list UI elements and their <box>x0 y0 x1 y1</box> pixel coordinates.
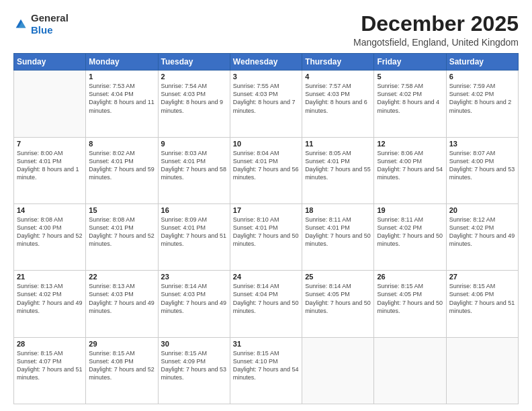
header-monday: Monday <box>86 54 158 71</box>
day-number: 20 <box>449 206 515 214</box>
cell-info: Sunrise: 8:08 AM Sunset: 4:01 PM Dayligh… <box>89 216 154 248</box>
day-number: 12 <box>377 140 443 148</box>
cell-info: Sunrise: 7:54 AM Sunset: 4:03 PM Dayligh… <box>161 82 227 115</box>
day-number: 11 <box>305 140 371 148</box>
cell-info: Sunrise: 7:57 AM Sunset: 4:03 PM Dayligh… <box>305 82 371 115</box>
day-number: 27 <box>449 273 515 281</box>
cell-info: Sunrise: 8:06 AM Sunset: 4:00 PM Dayligh… <box>377 149 443 182</box>
cell-info: Sunrise: 7:58 AM Sunset: 4:02 PM Dayligh… <box>377 82 443 115</box>
location: Mangotsfield, England, United Kingdom <box>353 37 519 48</box>
calendar-cell: 24Sunrise: 8:14 AM Sunset: 4:04 PM Dayli… <box>230 271 302 337</box>
day-number: 14 <box>17 206 83 214</box>
cell-info: Sunrise: 8:15 AM Sunset: 4:10 PM Dayligh… <box>233 349 299 382</box>
calendar-cell: 1Sunrise: 7:53 AM Sunset: 4:04 PM Daylig… <box>86 71 158 137</box>
month-title: December 2025 <box>353 12 519 36</box>
calendar-cell: 10Sunrise: 8:04 AM Sunset: 4:01 PM Dayli… <box>230 137 302 203</box>
day-number: 21 <box>17 273 83 281</box>
day-number: 1 <box>89 73 154 81</box>
day-number: 26 <box>377 273 443 281</box>
cell-info: Sunrise: 8:13 AM Sunset: 4:02 PM Dayligh… <box>17 282 83 315</box>
calendar-cell: 23Sunrise: 8:14 AM Sunset: 4:03 PM Dayli… <box>158 271 230 337</box>
calendar-cell: 6Sunrise: 7:59 AM Sunset: 4:02 PM Daylig… <box>446 71 518 137</box>
cell-info: Sunrise: 8:08 AM Sunset: 4:00 PM Dayligh… <box>17 216 83 248</box>
calendar-week-row: 14Sunrise: 8:08 AM Sunset: 4:00 PM Dayli… <box>14 203 519 270</box>
calendar-week-row: 1Sunrise: 7:53 AM Sunset: 4:04 PM Daylig… <box>14 71 519 137</box>
day-number: 23 <box>161 273 227 281</box>
cell-info: Sunrise: 8:14 AM Sunset: 4:03 PM Dayligh… <box>161 282 227 315</box>
calendar-cell: 2Sunrise: 7:54 AM Sunset: 4:03 PM Daylig… <box>158 71 230 137</box>
day-number: 2 <box>161 73 227 81</box>
header-tuesday: Tuesday <box>158 54 230 71</box>
cell-info: Sunrise: 8:15 AM Sunset: 4:08 PM Dayligh… <box>89 349 154 382</box>
calendar-cell: 25Sunrise: 8:14 AM Sunset: 4:05 PM Dayli… <box>302 271 374 337</box>
cell-info: Sunrise: 8:11 AM Sunset: 4:02 PM Dayligh… <box>377 216 443 248</box>
cell-info: Sunrise: 7:55 AM Sunset: 4:03 PM Dayligh… <box>233 82 299 115</box>
calendar-cell: 12Sunrise: 8:06 AM Sunset: 4:00 PM Dayli… <box>374 137 446 203</box>
calendar-cell: 22Sunrise: 8:13 AM Sunset: 4:03 PM Dayli… <box>86 271 158 337</box>
cell-info: Sunrise: 8:15 AM Sunset: 4:09 PM Dayligh… <box>161 349 227 382</box>
day-number: 8 <box>89 140 154 148</box>
header: General Blue December 2025 Mangotsfield,… <box>13 12 519 48</box>
calendar-cell <box>14 71 86 137</box>
day-number: 22 <box>89 273 154 281</box>
cell-info: Sunrise: 8:09 AM Sunset: 4:01 PM Dayligh… <box>161 216 227 248</box>
header-thursday: Thursday <box>302 54 374 71</box>
calendar-cell: 31Sunrise: 8:15 AM Sunset: 4:10 PM Dayli… <box>230 337 302 404</box>
day-number: 19 <box>377 206 443 214</box>
day-number: 15 <box>89 206 154 214</box>
cell-info: Sunrise: 7:53 AM Sunset: 4:04 PM Dayligh… <box>89 82 154 115</box>
logo-blue: Blue <box>31 24 53 36</box>
page: General Blue December 2025 Mangotsfield,… <box>0 0 532 411</box>
cell-info: Sunrise: 8:04 AM Sunset: 4:01 PM Dayligh… <box>233 149 299 182</box>
calendar-cell: 27Sunrise: 8:15 AM Sunset: 4:06 PM Dayli… <box>446 271 518 337</box>
cell-info: Sunrise: 8:15 AM Sunset: 4:06 PM Dayligh… <box>449 282 515 315</box>
day-number: 13 <box>449 140 515 148</box>
calendar-cell <box>302 337 374 404</box>
calendar-cell: 16Sunrise: 8:09 AM Sunset: 4:01 PM Dayli… <box>158 203 230 270</box>
cell-info: Sunrise: 8:02 AM Sunset: 4:01 PM Dayligh… <box>89 149 154 182</box>
calendar-cell: 21Sunrise: 8:13 AM Sunset: 4:02 PM Dayli… <box>14 271 86 337</box>
logo-text: General Blue <box>31 12 69 36</box>
calendar-cell: 18Sunrise: 8:11 AM Sunset: 4:01 PM Dayli… <box>302 203 374 270</box>
day-number: 25 <box>305 273 371 281</box>
calendar-table: Sunday Monday Tuesday Wednesday Thursday… <box>13 53 519 404</box>
day-number: 29 <box>89 340 154 348</box>
cell-info: Sunrise: 8:03 AM Sunset: 4:01 PM Dayligh… <box>161 149 227 182</box>
calendar-week-row: 7Sunrise: 8:00 AM Sunset: 4:01 PM Daylig… <box>14 137 519 203</box>
header-friday: Friday <box>374 54 446 71</box>
calendar-cell <box>446 337 518 404</box>
cell-info: Sunrise: 8:07 AM Sunset: 4:00 PM Dayligh… <box>449 149 515 182</box>
calendar-cell: 9Sunrise: 8:03 AM Sunset: 4:01 PM Daylig… <box>158 137 230 203</box>
cell-info: Sunrise: 8:14 AM Sunset: 4:04 PM Dayligh… <box>233 282 299 315</box>
day-number: 28 <box>17 340 83 348</box>
calendar-cell: 19Sunrise: 8:11 AM Sunset: 4:02 PM Dayli… <box>374 203 446 270</box>
logo: General Blue <box>13 12 69 36</box>
calendar-cell: 13Sunrise: 8:07 AM Sunset: 4:00 PM Dayli… <box>446 137 518 203</box>
calendar-cell: 17Sunrise: 8:10 AM Sunset: 4:01 PM Dayli… <box>230 203 302 270</box>
day-number: 7 <box>17 140 83 148</box>
calendar-cell: 4Sunrise: 7:57 AM Sunset: 4:03 PM Daylig… <box>302 71 374 137</box>
header-wednesday: Wednesday <box>230 54 302 71</box>
day-number: 31 <box>233 340 299 348</box>
cell-info: Sunrise: 8:10 AM Sunset: 4:01 PM Dayligh… <box>233 216 299 248</box>
logo-general: General <box>31 12 69 24</box>
day-number: 3 <box>233 73 299 81</box>
day-number: 10 <box>233 140 299 148</box>
title-block: December 2025 Mangotsfield, England, Uni… <box>353 12 519 48</box>
calendar-cell: 7Sunrise: 8:00 AM Sunset: 4:01 PM Daylig… <box>14 137 86 203</box>
calendar-cell: 15Sunrise: 8:08 AM Sunset: 4:01 PM Dayli… <box>86 203 158 270</box>
cell-info: Sunrise: 8:11 AM Sunset: 4:01 PM Dayligh… <box>305 216 371 248</box>
day-number: 9 <box>161 140 227 148</box>
calendar-cell: 5Sunrise: 7:58 AM Sunset: 4:02 PM Daylig… <box>374 71 446 137</box>
calendar-cell <box>374 337 446 404</box>
calendar-cell: 30Sunrise: 8:15 AM Sunset: 4:09 PM Dayli… <box>158 337 230 404</box>
logo-icon <box>13 17 28 32</box>
calendar-cell: 14Sunrise: 8:08 AM Sunset: 4:00 PM Dayli… <box>14 203 86 270</box>
cell-info: Sunrise: 8:05 AM Sunset: 4:01 PM Dayligh… <box>305 149 371 182</box>
day-number: 6 <box>449 73 515 81</box>
calendar-cell: 3Sunrise: 7:55 AM Sunset: 4:03 PM Daylig… <box>230 71 302 137</box>
day-number: 17 <box>233 206 299 214</box>
calendar-week-row: 28Sunrise: 8:15 AM Sunset: 4:07 PM Dayli… <box>14 337 519 404</box>
day-number: 18 <box>305 206 371 214</box>
header-saturday: Saturday <box>446 54 518 71</box>
